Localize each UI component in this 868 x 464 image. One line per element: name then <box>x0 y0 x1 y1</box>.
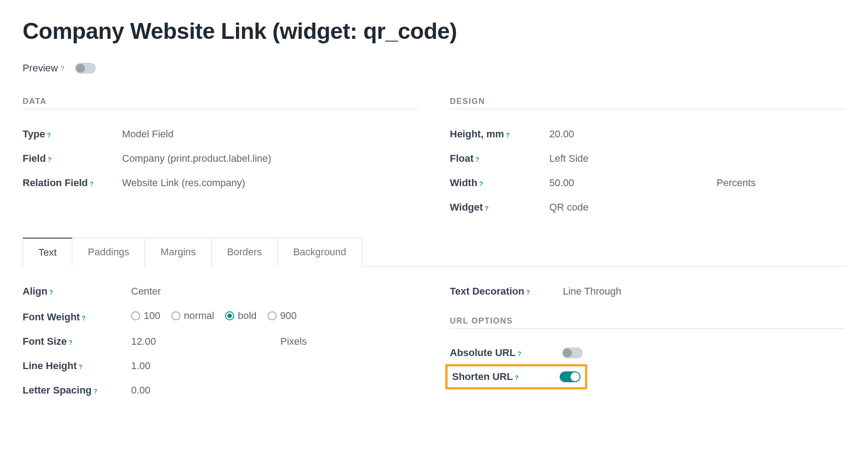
data-section: DATA Type ? Model Field Field ? Company … <box>23 97 418 195</box>
help-icon[interactable]: ? <box>61 65 64 72</box>
widget-label: Widget <box>450 202 483 213</box>
field-font-size: Font Size ? 12.00 Pixels <box>23 329 418 354</box>
shorten-label: Shorten URL <box>452 371 513 383</box>
field-type: Type ? Model Field <box>23 122 418 146</box>
field-absolute-url: Absolute URL ? <box>450 342 845 364</box>
shorten-url-highlight: Shorten URL ? <box>445 364 587 389</box>
text-right-column: Text Decoration ? Line Through URL OPTIO… <box>450 279 845 403</box>
design-heading: DESIGN <box>450 97 845 109</box>
radio-icon <box>131 311 140 320</box>
field-shorten-url: Shorten URL ? <box>448 368 580 385</box>
radio-icon <box>225 311 234 320</box>
lineheight-label: Line Height <box>23 360 77 372</box>
help-icon[interactable]: ? <box>506 131 510 139</box>
help-icon[interactable]: ? <box>79 363 83 370</box>
preview-row: Preview ? <box>23 62 845 74</box>
tab-paddings[interactable]: Paddings <box>72 238 145 267</box>
field-float: Float ? Left Side <box>450 146 845 171</box>
float-value[interactable]: Left Side <box>549 153 845 164</box>
relation-label: Relation Field <box>23 177 88 189</box>
absolute-label: Absolute URL <box>450 347 515 359</box>
width-label: Width <box>450 177 477 189</box>
type-label: Type <box>23 128 45 140</box>
width-value[interactable]: 50.00 <box>549 177 712 189</box>
fontweight-option-900[interactable]: 900 <box>268 310 297 322</box>
fontweight-label: Font Weight <box>23 311 80 323</box>
field-height: Height, mm ? 20.00 <box>450 122 845 146</box>
relation-value[interactable]: Website Link (res.company) <box>122 177 418 189</box>
fontweight-option-label: 900 <box>280 310 297 322</box>
fontweight-radio-group: 100 normal bold 900 <box>131 310 418 322</box>
align-label: Align <box>23 286 47 297</box>
field-letter-spacing: Letter Spacing ? 0.00 <box>23 378 418 403</box>
field-relation: Relation Field ? Website Link (res.compa… <box>23 171 418 195</box>
help-icon[interactable]: ? <box>90 180 94 187</box>
help-icon[interactable]: ? <box>476 156 480 163</box>
url-options-section: URL OPTIONS Absolute URL ? Shorten URL ? <box>450 316 845 389</box>
tabstrip: Text Paddings Margins Borders Background <box>23 238 845 267</box>
page-title: Company Website Link (widget: qr_code) <box>23 18 845 44</box>
field-width: Width ? 50.00 Percents <box>450 171 845 195</box>
tab-text[interactable]: Text <box>23 238 72 267</box>
field-field: Field ? Company (print.product.label.lin… <box>23 146 418 171</box>
field-value[interactable]: Company (print.product.label.line) <box>122 153 418 164</box>
textdeco-value[interactable]: Line Through <box>563 286 845 297</box>
fontsize-label: Font Size <box>23 336 67 347</box>
fontweight-option-label: 100 <box>144 310 160 322</box>
height-label: Height, mm <box>450 128 504 140</box>
help-icon[interactable]: ? <box>94 388 98 395</box>
fontweight-option-normal[interactable]: normal <box>171 310 214 322</box>
align-value[interactable]: Center <box>131 286 418 297</box>
float-label: Float <box>450 153 474 164</box>
fontweight-option-label: normal <box>184 310 214 322</box>
fontsize-value[interactable]: 12.00 <box>131 336 276 347</box>
help-icon[interactable]: ? <box>69 339 73 346</box>
letterspacing-value[interactable]: 0.00 <box>131 384 418 396</box>
field-text-decoration: Text Decoration ? Line Through <box>450 279 845 304</box>
radio-icon <box>268 311 277 320</box>
help-icon[interactable]: ? <box>485 205 489 212</box>
data-heading: DATA <box>23 97 418 109</box>
letterspacing-label: Letter Spacing <box>23 384 92 396</box>
radio-icon <box>171 311 180 320</box>
absolute-url-toggle[interactable] <box>562 347 583 358</box>
lineheight-value[interactable]: 1.00 <box>131 360 418 372</box>
design-section: DESIGN Height, mm ? 20.00 Float ? Left S… <box>450 97 845 220</box>
field-line-height: Line Height ? 1.00 <box>23 354 418 378</box>
field-align: Align ? Center <box>23 279 418 304</box>
fontweight-option-100[interactable]: 100 <box>131 310 160 322</box>
help-icon[interactable]: ? <box>517 350 521 357</box>
help-icon[interactable]: ? <box>526 289 530 296</box>
tab-borders[interactable]: Borders <box>212 238 278 267</box>
width-unit[interactable]: Percents <box>717 177 845 189</box>
shorten-url-toggle[interactable] <box>560 371 580 382</box>
preview-label: Preview <box>23 62 58 74</box>
tab-margins[interactable]: Margins <box>145 238 212 267</box>
help-icon[interactable]: ? <box>47 156 52 163</box>
fontsize-unit[interactable]: Pixels <box>280 336 418 347</box>
url-heading: URL OPTIONS <box>450 316 845 329</box>
field-widget: Widget ? QR code <box>450 195 845 220</box>
widget-value[interactable]: QR code <box>549 202 845 213</box>
help-icon[interactable]: ? <box>479 180 483 187</box>
fontweight-option-bold[interactable]: bold <box>225 310 257 322</box>
tab-background[interactable]: Background <box>278 238 362 267</box>
textdeco-label: Text Decoration <box>450 286 524 297</box>
help-icon[interactable]: ? <box>49 289 53 296</box>
help-icon[interactable]: ? <box>82 314 86 322</box>
fontweight-option-label: bold <box>238 310 257 322</box>
help-icon[interactable]: ? <box>514 374 519 381</box>
field-label: Field <box>23 153 46 164</box>
preview-toggle[interactable] <box>75 63 96 74</box>
height-value[interactable]: 20.00 <box>549 128 845 140</box>
type-value[interactable]: Model Field <box>122 128 418 140</box>
help-icon[interactable]: ? <box>47 131 51 139</box>
text-left-column: Align ? Center Font Weight ? 100 <box>23 279 418 403</box>
field-font-weight: Font Weight ? 100 normal bold <box>23 304 418 329</box>
